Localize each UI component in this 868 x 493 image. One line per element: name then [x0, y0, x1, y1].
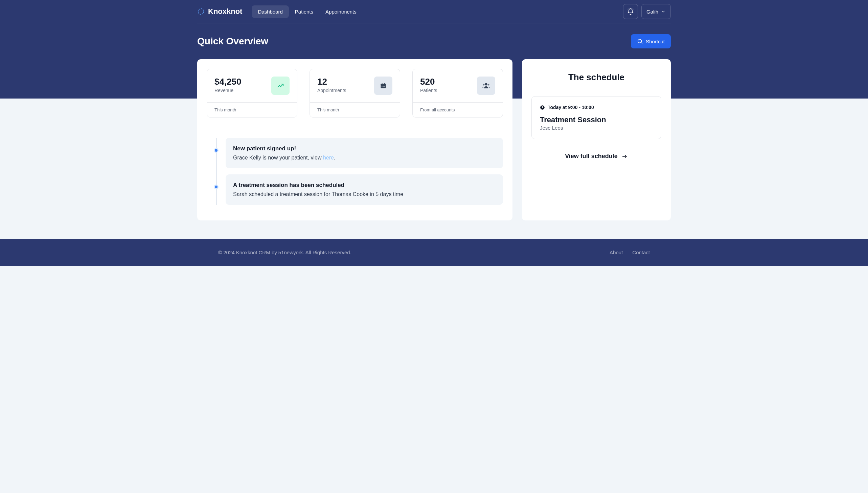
user-name: Galih — [646, 9, 658, 15]
appointments-period: This month — [310, 102, 400, 117]
users-icon — [477, 77, 495, 95]
chevron-down-icon — [661, 9, 666, 14]
arrow-right-icon — [621, 153, 628, 160]
brand-logo[interactable]: Knoxknot — [197, 7, 242, 16]
patients-stat: 520 Patients From all accounts — [412, 69, 503, 117]
revenue-label: Revenue — [214, 88, 242, 93]
schedule-card: The schedule Today at 9:00 - 10:00 Treat… — [522, 59, 671, 220]
patients-value: 520 — [420, 77, 437, 87]
svg-point-9 — [485, 83, 487, 86]
brand-name: Knoxknot — [208, 7, 242, 16]
schedule-title: The schedule — [531, 72, 661, 83]
main-nav: Dashboard Patients Appointments — [252, 5, 362, 18]
topbar: Knoxknot Dashboard Patients Appointments… — [197, 0, 671, 23]
nav-patients[interactable]: Patients — [289, 5, 319, 18]
shortcut-button[interactable]: Shortcut — [631, 34, 671, 48]
logo-icon — [197, 8, 205, 15]
svg-rect-8 — [384, 86, 385, 87]
revenue-stat: $4,250 Revenue This month — [207, 69, 297, 117]
appointments-label: Appointments — [317, 88, 346, 93]
schedule-item: Today at 9:00 - 10:00 Treatment Session … — [531, 96, 661, 139]
notifications-button[interactable] — [623, 4, 638, 19]
timeline-dot-icon — [214, 185, 219, 189]
svg-point-10 — [483, 84, 485, 86]
footer-about-link[interactable]: About — [610, 250, 623, 255]
appointments-value: 12 — [317, 77, 346, 87]
nav-appointments[interactable]: Appointments — [319, 5, 363, 18]
nav-dashboard[interactable]: Dashboard — [252, 5, 289, 18]
timeline-link[interactable]: here — [323, 155, 334, 160]
svg-rect-7 — [383, 86, 384, 87]
schedule-time-text: Today at 9:00 - 10:00 — [548, 105, 594, 110]
appointments-stat: 12 Appointments This month — [310, 69, 400, 117]
page-title: Quick Overview — [197, 36, 268, 47]
footer-contact-link[interactable]: Contact — [632, 250, 650, 255]
activity-timeline: New patient signed up! Grace Kelly is no… — [207, 138, 503, 205]
schedule-patient-name: Jese Leos — [540, 125, 653, 131]
shortcut-label: Shortcut — [646, 39, 665, 44]
patients-period: From all accounts — [413, 102, 503, 117]
timeline-text: Grace Kelly is now your patient, view he… — [233, 155, 496, 161]
trend-up-icon — [271, 77, 290, 95]
view-full-schedule-link[interactable]: View full schedule — [531, 153, 661, 160]
svg-point-0 — [198, 9, 204, 15]
svg-rect-3 — [381, 84, 386, 85]
revenue-period: This month — [207, 102, 297, 117]
svg-point-11 — [488, 84, 489, 86]
revenue-value: $4,250 — [214, 77, 242, 87]
timeline-title: A treatment session has been scheduled — [233, 182, 496, 189]
timeline-item: New patient signed up! Grace Kelly is no… — [226, 138, 503, 168]
search-icon — [637, 38, 643, 44]
overview-card: $4,250 Revenue This month 12 Appointment… — [197, 59, 512, 220]
clock-icon — [540, 105, 545, 110]
timeline-title: New patient signed up! — [233, 145, 496, 152]
footer-copyright: © 2024 Knoxknot CRM by 51newyork. All Ri… — [218, 250, 351, 255]
svg-rect-5 — [384, 83, 385, 84]
timeline-dot-icon — [214, 148, 219, 153]
svg-rect-6 — [382, 86, 383, 87]
timeline-item: A treatment session has been scheduled S… — [226, 174, 503, 205]
patients-label: Patients — [420, 88, 437, 93]
svg-rect-4 — [382, 83, 383, 84]
footer: © 2024 Knoxknot CRM by 51newyork. All Ri… — [0, 239, 868, 266]
calendar-icon — [374, 77, 392, 95]
timeline-text: Sarah scheduled a treatment session for … — [233, 191, 496, 197]
bell-icon — [627, 8, 634, 15]
user-menu-button[interactable]: Galih — [641, 4, 671, 19]
schedule-session-name: Treatment Session — [540, 115, 653, 124]
svg-point-1 — [638, 39, 642, 43]
